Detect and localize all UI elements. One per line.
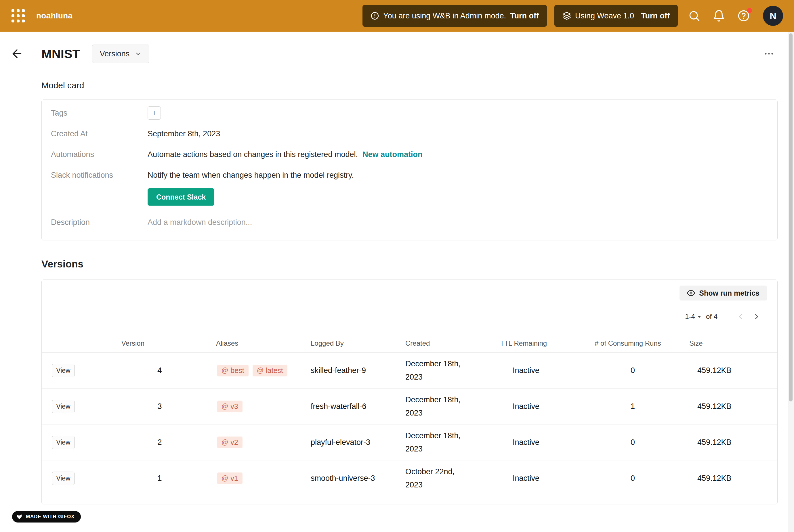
aliases-cell: @v3 (216, 401, 311, 412)
alias-name: v3 (230, 402, 238, 411)
consuming-runs-cell: 0 (594, 438, 689, 447)
alias-badge[interactable]: @latest (252, 365, 287, 376)
weave-banner: Using Weave 1.0 Turn off (554, 5, 678, 27)
created-at-row: Created At September 8th, 2023 (42, 124, 777, 144)
alias-name: v2 (230, 438, 238, 446)
tags-row: Tags + (42, 103, 777, 124)
consuming-runs-cell: 1 (594, 402, 689, 411)
aliases-cell: @v2 (216, 437, 311, 448)
add-tag-button[interactable]: + (148, 107, 161, 120)
admin-banner-message: You are using W&B in Admin mode. (383, 12, 506, 20)
search-icon[interactable] (687, 9, 701, 22)
slack-button-row: Connect Slack (42, 186, 777, 212)
prev-page-icon[interactable] (735, 311, 746, 322)
page-total-label: of 4 (706, 312, 717, 321)
back-arrow-icon[interactable] (10, 46, 24, 61)
model-card: Tags + Created At September 8th, 2023 Au… (41, 99, 778, 241)
caret-down-icon (697, 315, 701, 318)
created-cell: October 22nd, 2023 (405, 465, 473, 491)
ttl-cell: Inactive (500, 366, 594, 375)
app-header: noahluna You are using W&B in Admin mode… (0, 0, 794, 32)
overflow-menu-icon[interactable] (760, 46, 778, 61)
consuming-runs-cell: 0 (594, 474, 689, 483)
alias-badge[interactable]: @v1 (217, 473, 243, 484)
alias-badge[interactable]: @v3 (217, 401, 243, 412)
notifications-bell-icon[interactable] (712, 9, 725, 22)
gifox-label: MADE WITH GIFOX (26, 514, 75, 520)
column-header: TTL Remaining (500, 339, 594, 347)
size-cell: 459.12KB (689, 474, 777, 483)
tags-label: Tags (51, 109, 148, 118)
metrics-row: Show run metrics (42, 286, 777, 301)
slack-text: Notify the team when changes happen in t… (148, 171, 354, 180)
view-selector-label: Versions (100, 50, 130, 58)
alias-badge[interactable]: @v2 (217, 437, 243, 448)
created-cell: December 18th, 2023 (405, 429, 473, 456)
table-row: View 4 @best@latest skilled-feather-9 De… (42, 352, 777, 388)
logged-by-cell: playful-elevator-3 (311, 438, 405, 447)
description-label: Description (51, 218, 148, 227)
warning-icon (371, 12, 379, 20)
versions-table-body: View 4 @best@latest skilled-feather-9 De… (42, 352, 777, 496)
page-content: MNIST Versions Model card Tags + Created… (41, 32, 778, 505)
table-row: View 2 @v2 playful-elevator-3 December 1… (42, 424, 777, 460)
created-at-value: September 8th, 2023 (148, 129, 220, 138)
view-button[interactable]: View (52, 400, 75, 413)
page-title: MNIST (41, 47, 80, 61)
view-button[interactable]: View (52, 364, 75, 377)
created-at-label: Created At (51, 129, 148, 138)
new-automation-link[interactable]: New automation (362, 150, 422, 159)
admin-mode-banner: You are using W&B in Admin mode. Turn of… (362, 5, 547, 27)
next-page-icon[interactable] (751, 311, 762, 322)
layers-icon (563, 12, 571, 20)
column-header: Size (689, 339, 777, 347)
alias-at-icon: @ (222, 439, 228, 446)
column-header: Logged By (311, 339, 405, 347)
gifox-badge[interactable]: MADE WITH GIFOX (12, 511, 81, 522)
consuming-runs-cell: 0 (594, 366, 689, 375)
connect-slack-button[interactable]: Connect Slack (148, 188, 214, 206)
ttl-cell: Inactive (500, 438, 594, 447)
created-cell: December 18th, 2023 (405, 393, 473, 420)
user-avatar[interactable]: N (763, 6, 783, 26)
admin-turn-off-button[interactable]: Turn off (510, 12, 539, 20)
view-selector-dropdown[interactable]: Versions (92, 44, 150, 63)
size-cell: 459.12KB (689, 366, 777, 375)
scrollbar-thumb[interactable] (789, 33, 793, 401)
ttl-cell: Inactive (500, 402, 594, 411)
column-header: # of Consuming Runs (594, 339, 689, 347)
automations-label: Automations (51, 150, 148, 159)
versions-table: VersionAliasesLogged ByCreatedTTL Remain… (42, 335, 777, 496)
alias-at-icon: @ (222, 367, 228, 375)
help-icon[interactable] (737, 9, 750, 22)
table-row: View 1 @v1 smooth-universe-3 October 22n… (42, 460, 777, 496)
weave-turn-off-button[interactable]: Turn off (641, 12, 670, 20)
description-placeholder[interactable]: Add a markdown description... (148, 218, 252, 227)
chevron-down-icon (135, 50, 141, 57)
view-button[interactable]: View (52, 472, 75, 485)
created-cell: December 18th, 2023 (405, 357, 473, 384)
apps-grid-icon[interactable] (11, 8, 25, 23)
entity-name[interactable]: noahluna (36, 11, 73, 20)
description-row: Description Add a markdown description..… (42, 212, 777, 233)
automations-text: Automate actions based on changes in thi… (148, 150, 358, 159)
version-cell: 2 (121, 438, 216, 447)
fox-icon (16, 514, 22, 520)
logged-by-cell: smooth-universe-3 (311, 474, 405, 483)
alias-name: best (230, 366, 244, 375)
version-cell: 1 (121, 474, 216, 483)
alias-badge[interactable]: @best (217, 365, 249, 376)
scrollbar-track (788, 32, 794, 532)
view-button[interactable]: View (52, 436, 75, 449)
show-run-metrics-button[interactable]: Show run metrics (680, 286, 767, 301)
eye-icon (687, 289, 695, 297)
version-cell: 3 (121, 402, 216, 411)
ttl-cell: Inactive (500, 474, 594, 483)
weave-banner-message: Using Weave 1.0 (575, 12, 634, 20)
alias-name: latest (266, 366, 283, 375)
model-card-heading: Model card (41, 80, 778, 90)
alias-at-icon: @ (222, 403, 228, 410)
page-range-dropdown[interactable]: 1-4 (685, 312, 701, 321)
alias-name: v1 (230, 474, 238, 482)
column-header: Created (405, 339, 500, 347)
